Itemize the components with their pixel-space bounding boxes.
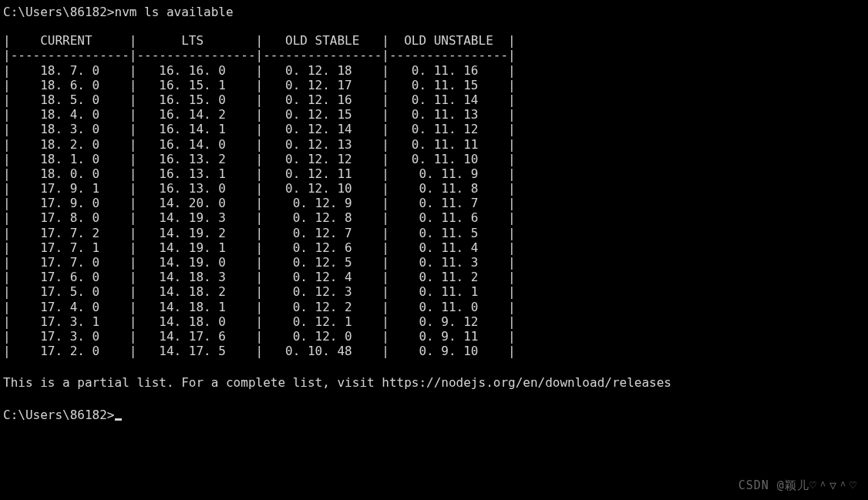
watermark: CSDN @颖儿♡＾▽＾♡ xyxy=(738,478,857,492)
table-row: | 18. 0. 0 | 16. 13. 1 | 0. 12. 11 | 0. … xyxy=(3,166,865,181)
table-row: | 17. 9. 0 | 14. 20. 0 | 0. 12. 9 | 0. 1… xyxy=(3,196,865,210)
table-row: | 17. 3. 1 | 14. 18. 0 | 0. 12. 1 | 0. 9… xyxy=(3,314,865,329)
table-row: | 17. 2. 0 | 14. 17. 5 | 0. 10. 48 | 0. … xyxy=(3,344,865,358)
table-row: | 17. 4. 0 | 14. 18. 1 | 0. 12. 2 | 0. 1… xyxy=(3,300,865,314)
table-row: | 18. 4. 0 | 16. 14. 2 | 0. 12. 15 | 0. … xyxy=(3,107,865,122)
table-row: | 17. 8. 0 | 14. 19. 3 | 0. 12. 8 | 0. 1… xyxy=(3,210,865,225)
prompt-path: C:\Users\86182> xyxy=(3,5,115,19)
version-table: | CURRENT | LTS | OLD STABLE | OLD UNSTA… xyxy=(3,33,865,358)
table-row: | 18. 3. 0 | 16. 14. 1 | 0. 12. 14 | 0. … xyxy=(3,122,865,136)
table-row: | 17. 3. 0 | 14. 17. 6 | 0. 12. 0 | 0. 9… xyxy=(3,329,865,344)
table-row: | 17. 9. 1 | 16. 13. 0 | 0. 12. 10 | 0. … xyxy=(3,181,865,196)
cursor-icon xyxy=(115,418,122,421)
table-row: | 18. 7. 0 | 16. 16. 0 | 0. 12. 18 | 0. … xyxy=(3,63,865,78)
table-row: | 17. 7. 2 | 14. 19. 2 | 0. 12. 7 | 0. 1… xyxy=(3,226,865,240)
command-text: nvm ls available xyxy=(115,5,234,19)
table-row: | 18. 5. 0 | 16. 15. 0 | 0. 12. 16 | 0. … xyxy=(3,92,865,107)
command-line: C:\Users\86182>nvm ls available xyxy=(3,5,865,19)
prompt-path: C:\Users\86182> xyxy=(3,408,115,422)
table-row: | 18. 2. 0 | 16. 14. 0 | 0. 12. 13 | 0. … xyxy=(3,137,865,152)
table-row: | 18. 6. 0 | 16. 15. 1 | 0. 12. 17 | 0. … xyxy=(3,78,865,92)
table-header: | CURRENT | LTS | OLD STABLE | OLD UNSTA… xyxy=(3,33,865,48)
table-row: | 17. 5. 0 | 14. 18. 2 | 0. 12. 3 | 0. 1… xyxy=(3,284,865,299)
table-row: | 17. 6. 0 | 14. 18. 3 | 0. 12. 4 | 0. 1… xyxy=(3,270,865,284)
table-row: | 17. 7. 1 | 14. 19. 1 | 0. 12. 6 | 0. 1… xyxy=(3,240,865,255)
command-prompt[interactable]: C:\Users\86182> xyxy=(3,408,865,422)
table-divider: |----------------|----------------|-----… xyxy=(3,48,865,62)
table-row: | 17. 7. 0 | 14. 19. 0 | 0. 12. 5 | 0. 1… xyxy=(3,255,865,270)
footer-note: This is a partial list. For a complete l… xyxy=(3,375,865,390)
table-row: | 18. 1. 0 | 16. 13. 2 | 0. 12. 12 | 0. … xyxy=(3,152,865,166)
